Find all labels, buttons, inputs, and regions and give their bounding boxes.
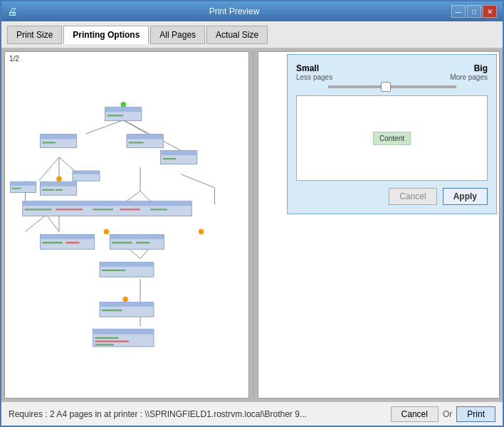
page-divider <box>252 51 255 399</box>
svg-rect-38 <box>56 189 63 191</box>
svg-rect-72 <box>95 344 114 345</box>
small-label-group: Small Less pages <box>296 63 332 81</box>
content-chip: Content <box>373 132 411 145</box>
svg-rect-47 <box>56 209 83 210</box>
svg-rect-58 <box>110 234 164 239</box>
diagram-svg <box>5 52 248 398</box>
svg-rect-36 <box>40 181 76 186</box>
main-window: 🖨 Print Preview — □ ✕ Print Size Printin… <box>0 0 504 427</box>
small-label: Small <box>296 63 332 73</box>
or-label: Or <box>443 409 452 419</box>
svg-rect-26 <box>40 135 76 139</box>
tab-printing-options[interactable]: Printing Options <box>63 26 149 44</box>
svg-rect-32 <box>161 151 197 156</box>
apply-button[interactable]: Apply <box>443 188 488 205</box>
page-number: 1/2 <box>9 55 19 63</box>
svg-rect-60 <box>136 242 149 243</box>
printing-options-panel: Small Less pages Big More pages Content … <box>287 54 497 214</box>
svg-rect-41 <box>12 188 21 189</box>
svg-rect-29 <box>127 135 163 139</box>
big-label: Big <box>450 63 488 73</box>
svg-point-34 <box>56 176 62 182</box>
minimize-button[interactable]: — <box>451 5 466 18</box>
size-labels-row: Small Less pages Big More pages <box>296 63 488 81</box>
svg-rect-69 <box>93 329 154 334</box>
svg-rect-40 <box>11 181 36 186</box>
small-sub-label: Less pages <box>296 73 332 81</box>
title-bar-controls: — □ ✕ <box>451 5 497 18</box>
print-button[interactable]: Print <box>456 406 495 422</box>
svg-rect-27 <box>42 142 56 143</box>
svg-rect-23 <box>105 107 142 112</box>
window-title: Print Preview <box>17 6 451 16</box>
svg-rect-45 <box>23 201 192 206</box>
svg-rect-43 <box>73 171 100 174</box>
tab-actual-size[interactable]: Actual Size <box>206 26 268 44</box>
svg-rect-46 <box>25 209 52 210</box>
svg-point-51 <box>104 229 110 235</box>
svg-point-64 <box>122 297 128 302</box>
toolbar: Print Size Printing Options All Pages Ac… <box>1 21 503 48</box>
svg-rect-56 <box>66 242 80 243</box>
options-preview-box: Content <box>296 95 488 181</box>
svg-point-21 <box>120 102 126 107</box>
svg-rect-59 <box>112 242 132 243</box>
svg-rect-63 <box>102 270 125 271</box>
svg-rect-24 <box>107 115 123 116</box>
svg-rect-30 <box>129 142 144 143</box>
close-button[interactable]: ✕ <box>483 5 497 18</box>
svg-rect-66 <box>100 302 154 307</box>
svg-rect-48 <box>93 209 114 210</box>
page-preview-left: 1/2 <box>4 51 249 399</box>
big-sub-label: More pages <box>450 73 488 81</box>
preview-area: 1/2 <box>1 48 503 401</box>
cancel-print-button[interactable]: Cancel <box>391 406 439 422</box>
panel-buttons: Cancel Apply <box>296 188 488 205</box>
title-bar: 🖨 Print Preview — □ ✕ <box>1 1 503 21</box>
svg-rect-37 <box>42 189 54 191</box>
svg-rect-71 <box>95 340 129 342</box>
svg-point-52 <box>199 229 204 235</box>
status-text: Requires : 2 A4 pages in at printer : \\… <box>9 409 307 419</box>
svg-rect-55 <box>42 242 63 243</box>
svg-rect-62 <box>100 262 154 267</box>
maximize-button[interactable]: □ <box>467 5 481 18</box>
svg-rect-49 <box>120 209 141 210</box>
status-buttons: Cancel Or Print <box>391 406 495 422</box>
status-bar: Requires : 2 A4 pages in at printer : \\… <box>1 401 503 426</box>
tab-print-size[interactable]: Print Size <box>7 26 62 44</box>
main-content: 1/2 <box>1 48 503 401</box>
big-label-group: Big More pages <box>450 63 488 81</box>
svg-rect-50 <box>150 209 167 210</box>
size-slider[interactable] <box>328 85 456 88</box>
cancel-options-button[interactable]: Cancel <box>389 188 436 205</box>
svg-rect-54 <box>40 234 94 239</box>
tab-all-pages[interactable]: All Pages <box>150 26 205 44</box>
printer-icon: 🖨 <box>7 6 17 17</box>
svg-rect-67 <box>102 310 122 311</box>
slider-container <box>296 85 488 88</box>
svg-rect-33 <box>162 158 176 159</box>
svg-rect-70 <box>95 337 118 339</box>
